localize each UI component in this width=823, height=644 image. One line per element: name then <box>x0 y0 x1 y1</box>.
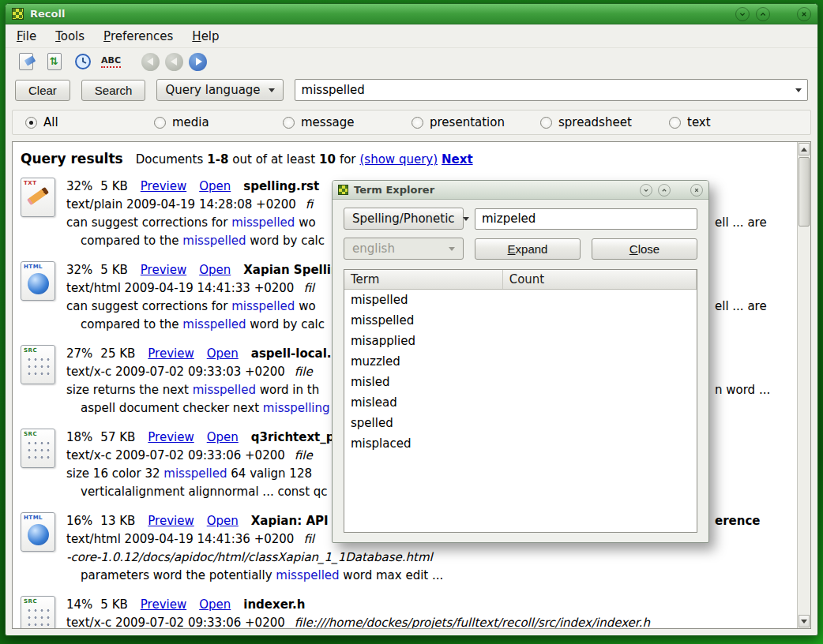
prev-page-button[interactable] <box>165 53 183 71</box>
snippet-line: parameters word the potentially misspell… <box>66 567 797 585</box>
filter-option-text[interactable]: text <box>669 115 798 129</box>
preview-link[interactable]: Preview <box>148 514 194 528</box>
preview-link[interactable]: Preview <box>148 430 194 444</box>
preview-link[interactable]: Preview <box>141 597 186 612</box>
filter-option-spreadsheet[interactable]: spreadsheet <box>540 115 669 129</box>
minimize-button[interactable] <box>735 7 750 21</box>
search-button[interactable]: Search <box>81 80 146 101</box>
scroll-down-button[interactable] <box>799 615 810 627</box>
menu-tools[interactable]: Tools <box>55 29 85 43</box>
term-row[interactable]: misspelled <box>344 310 697 331</box>
open-link[interactable]: Open <box>199 263 231 277</box>
snippet-text: 64 valign 128 <box>227 466 312 481</box>
filter-option-presentation[interactable]: presentation <box>412 115 540 129</box>
result-title: spelling.rst <box>243 179 319 193</box>
term-row[interactable]: mislead <box>344 392 697 413</box>
term-row[interactable]: misplaced <box>344 433 697 454</box>
open-link[interactable]: Open <box>207 430 239 444</box>
scrollbar-thumb[interactable] <box>799 157 810 227</box>
update-index-button[interactable]: ⇅ <box>43 51 65 73</box>
column-header-count[interactable]: Count <box>503 270 697 289</box>
term-row[interactable]: muzzled <box>344 351 697 372</box>
term-input-field[interactable] <box>475 208 697 230</box>
results-scrollbar[interactable] <box>797 142 810 628</box>
doc-history-button[interactable] <box>72 51 93 73</box>
filter-label: All <box>43 115 58 129</box>
preview-link[interactable]: Preview <box>141 179 186 193</box>
result-percent: 16% <box>66 514 92 528</box>
menu-file[interactable]: File <box>17 29 36 43</box>
radio-all[interactable] <box>25 117 37 129</box>
result-row: SRC14%5 KBPreviewOpenindexer.htext/x-c 2… <box>21 596 797 628</box>
preview-link[interactable]: Preview <box>141 263 186 277</box>
term-row[interactable]: spelled <box>344 413 697 433</box>
clear-button[interactable]: Clear <box>15 80 70 101</box>
snippet-line: -core-1.0.12/docs/apidoc/html/classXapia… <box>66 549 797 567</box>
first-page-button[interactable] <box>141 53 160 71</box>
next-page-link[interactable]: Next <box>442 152 473 167</box>
result-url: file:///home/dockes/projets/fulltext/rec… <box>295 616 650 628</box>
desktop: Recoll FileToolsPreferencesHelp ⇅ <box>0 0 823 644</box>
term-input[interactable] <box>475 209 697 229</box>
clear-search-button[interactable] <box>15 51 36 73</box>
chevron-down-icon <box>449 247 455 251</box>
preview-link[interactable]: Preview <box>148 346 194 361</box>
close-dialog-button[interactable]: Close <box>592 238 697 260</box>
search-input[interactable] <box>295 83 790 97</box>
dialog-minimize-button[interactable] <box>640 184 652 197</box>
menubar: FileToolsPreferencesHelp <box>6 24 817 48</box>
radio-text[interactable] <box>669 117 681 129</box>
maximize-button[interactable] <box>756 7 770 21</box>
term-table-header[interactable]: Term Count <box>344 270 697 290</box>
close-button[interactable] <box>797 7 811 21</box>
menu-preferences[interactable]: Preferences <box>103 29 173 43</box>
show-query-link[interactable]: (show query) <box>360 152 438 167</box>
dialog-titlebar[interactable]: Term Explorer <box>333 181 708 200</box>
text-glyph-icon <box>27 187 49 205</box>
filter-option-media[interactable]: media <box>154 115 283 129</box>
dialog-close-button[interactable] <box>690 184 703 197</box>
filter-option-message[interactable]: message <box>283 115 412 129</box>
open-link[interactable]: Open <box>199 179 231 193</box>
column-header-term[interactable]: Term <box>344 270 503 289</box>
radio-presentation[interactable] <box>412 117 423 129</box>
result-mime-date: text/plain 2009-04-19 14:28:08 +0200 <box>66 197 296 212</box>
result-title: q3richtext_p <box>251 430 335 444</box>
open-link[interactable]: Open <box>199 597 231 612</box>
search-combobox[interactable] <box>295 79 808 101</box>
result-size: 57 KB <box>100 430 135 444</box>
filetype-src-icon: SRC <box>21 345 55 384</box>
window-titlebar[interactable]: Recoll <box>6 4 817 24</box>
highlight-term: misspelled <box>193 383 256 397</box>
filter-option-all[interactable]: All <box>25 115 154 129</box>
search-dropdown-button[interactable] <box>790 80 807 100</box>
term-cell: muzzled <box>344 354 503 369</box>
src-glyph-icon <box>26 356 50 380</box>
term-explorer-button[interactable]: ABC <box>100 51 122 73</box>
filetype-label: SRC <box>24 431 37 437</box>
dialog-maximize-button[interactable] <box>658 184 671 197</box>
doc-range: 1-8 <box>207 152 228 167</box>
term-row[interactable]: mispelled <box>344 290 697 310</box>
language-combo: english <box>344 238 464 260</box>
term-cell: mispelled <box>344 293 503 307</box>
result-size: 25 KB <box>100 346 135 361</box>
term-cell: misplaced <box>344 436 503 451</box>
expand-mode-combo[interactable]: Spelling/Phonetic <box>344 208 464 230</box>
radio-message[interactable] <box>283 117 295 129</box>
next-page-button[interactable] <box>189 53 207 71</box>
term-cell: mislead <box>344 395 503 410</box>
snippet-text: can suggest corrections for <box>66 299 231 313</box>
highlight-term: misspelled <box>231 299 295 313</box>
open-link[interactable]: Open <box>207 514 239 528</box>
scroll-up-button[interactable] <box>799 143 810 155</box>
open-link[interactable]: Open <box>207 346 239 361</box>
term-row[interactable]: misapplied <box>344 331 697 351</box>
query-language-combo[interactable]: Query language <box>156 79 283 101</box>
src-glyph-icon <box>26 607 50 628</box>
term-row[interactable]: misled <box>344 372 697 392</box>
radio-spreadsheet[interactable] <box>540 117 552 129</box>
expand-button[interactable]: Expand <box>475 238 581 260</box>
radio-media[interactable] <box>154 117 166 129</box>
menu-help[interactable]: Help <box>192 29 219 43</box>
